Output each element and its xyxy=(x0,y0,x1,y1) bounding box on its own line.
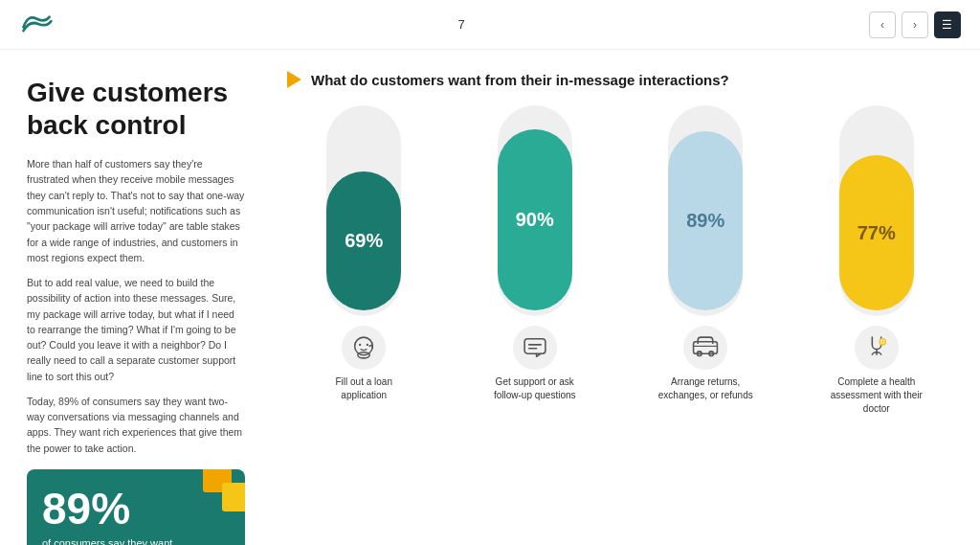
bar-3: 77% xyxy=(839,155,914,310)
decoration-icon xyxy=(184,469,245,531)
bar-container-1: 90% xyxy=(458,105,612,320)
prev-button[interactable]: ‹ xyxy=(869,11,896,38)
bar-container-0: 69% xyxy=(287,105,441,320)
next-button[interactable]: › xyxy=(902,11,928,38)
bar-2: 89% xyxy=(668,131,743,310)
chart-column-0: 69% Fill out a loan application xyxy=(287,105,441,402)
column-icon-0 xyxy=(342,326,386,370)
bar-background-1: 90% xyxy=(498,105,572,316)
column-label-2: Arrange returns, exchanges, or refunds xyxy=(653,375,758,402)
bar-0: 69% xyxy=(326,171,401,310)
bar-background-0: 69% xyxy=(326,105,401,316)
page-title: Give customers back control xyxy=(27,77,245,141)
logo xyxy=(19,10,54,40)
nav-controls: ‹ › ☰ xyxy=(869,11,961,38)
svg-rect-6 xyxy=(524,339,546,354)
svg-rect-1 xyxy=(222,483,245,511)
main-content: Give customers back control More than ha… xyxy=(0,50,980,545)
column-icon-1 xyxy=(513,326,557,370)
header: 7 ‹ › ☰ xyxy=(0,0,980,50)
stat-description: of consumers say they want two-way conve… xyxy=(42,536,195,545)
column-icon-2 xyxy=(683,326,727,370)
icon-label-area-2: Arrange returns, exchanges, or refunds xyxy=(629,320,783,402)
chart-column-2: 89% Arrange returns, exchanges, or refun… xyxy=(629,105,783,402)
bar-container-2: 89% xyxy=(629,105,783,320)
bar-1: 90% xyxy=(498,129,572,310)
stat-box: 89% of consumers say they want two-way c… xyxy=(27,469,245,545)
column-icon-3 xyxy=(855,326,899,370)
body-paragraph-1: More than half of customers say they're … xyxy=(27,156,245,265)
svg-rect-7 xyxy=(694,342,718,353)
bar-background-2: 89% xyxy=(668,105,743,316)
chart-title: What do customers want from their in-mes… xyxy=(311,72,729,88)
svg-point-4 xyxy=(359,344,361,346)
column-label-0: Fill out a loan application xyxy=(311,375,416,402)
icon-label-area-0: Fill out a loan application xyxy=(287,320,441,402)
column-label-3: Complete a health assessment with their … xyxy=(824,375,929,416)
body-paragraph-2: But to add real value, we need to build … xyxy=(27,275,245,384)
svg-point-5 xyxy=(367,344,368,346)
body-paragraph-3: Today, 89% of consumers say they want tw… xyxy=(27,394,245,456)
left-panel: Give customers back control More than ha… xyxy=(0,50,268,545)
chart-column-1: 90% Get support or ask follow-up questio… xyxy=(458,105,612,402)
chart-column-3: 77% Complete a health assessment with th… xyxy=(800,105,954,402)
chart-area: 69% Fill out a loan application 90% xyxy=(287,105,953,402)
chart-header: What do customers want from their in-mes… xyxy=(287,71,953,88)
icon-label-area-3: Complete a health assessment with their … xyxy=(800,320,954,416)
menu-button[interactable]: ☰ xyxy=(934,11,961,38)
icon-label-area-1: Get support or ask follow-up questions xyxy=(458,320,612,402)
column-label-1: Get support or ask follow-up questions xyxy=(482,375,588,402)
page-number: 7 xyxy=(457,17,464,32)
right-panel: What do customers want from their in-mes… xyxy=(268,50,980,545)
bar-container-3: 77% xyxy=(800,105,954,320)
bar-background-3: 77% xyxy=(839,105,914,316)
arrow-icon xyxy=(287,71,301,88)
